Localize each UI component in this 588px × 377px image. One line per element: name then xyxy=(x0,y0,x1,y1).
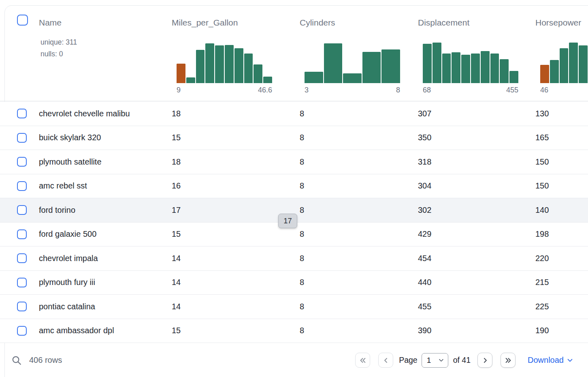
row-name-cell: ford torino xyxy=(34,206,172,215)
histogram-bar[interactable] xyxy=(305,72,323,83)
row-value-cell: 14 xyxy=(172,254,300,263)
histogram-bar[interactable] xyxy=(234,48,243,83)
row-checkbox-cell xyxy=(0,253,34,263)
column-header-displacement[interactable]: Displacement 68 455 xyxy=(418,6,535,101)
histogram-bar[interactable] xyxy=(471,54,480,83)
row-checkbox[interactable] xyxy=(17,278,27,287)
column-header-horsepower[interactable]: Horsepower 46 xyxy=(535,6,588,101)
row-value-cell: 16 xyxy=(172,181,300,191)
row-value-cell: 318 xyxy=(418,157,535,167)
row-checkbox-cell xyxy=(0,326,34,336)
table-row[interactable]: amc rebel sst168304150 xyxy=(0,174,588,199)
prev-page-button[interactable] xyxy=(378,353,393,368)
row-checkbox-cell xyxy=(0,205,34,215)
row-checkbox[interactable] xyxy=(17,181,27,191)
row-checkbox[interactable] xyxy=(17,205,27,215)
histogram-bar[interactable] xyxy=(225,45,234,83)
row-checkbox[interactable] xyxy=(17,253,27,263)
histogram-bar[interactable] xyxy=(490,54,499,83)
histogram-bar[interactable] xyxy=(481,51,490,83)
histogram-bar[interactable] xyxy=(324,43,343,83)
column-header-miles-per-gallon[interactable]: Miles_per_Gallon 9 46.6 xyxy=(172,6,300,101)
column-title: Miles_per_Gallon xyxy=(172,18,300,28)
column-title: Horsepower xyxy=(535,18,588,28)
meta-nulls: nulls: 0 xyxy=(40,48,172,60)
row-value-cell: 8 xyxy=(300,302,418,311)
table-row[interactable]: plymouth fury iii148440215 xyxy=(0,271,588,295)
histogram-bar[interactable] xyxy=(452,52,460,83)
histogram-bar[interactable] xyxy=(461,55,470,83)
download-button[interactable]: Download xyxy=(528,356,573,365)
row-value-cell: 8 xyxy=(300,278,418,287)
row-checkbox[interactable] xyxy=(17,157,27,167)
row-checkbox[interactable] xyxy=(17,302,27,311)
download-label: Download xyxy=(528,356,564,365)
histogram-bar[interactable] xyxy=(362,52,381,83)
histogram-bar[interactable] xyxy=(560,48,569,83)
page-label: Page xyxy=(399,356,418,365)
histogram-bar[interactable] xyxy=(205,43,214,83)
histogram-bar[interactable] xyxy=(381,49,400,83)
histogram-bar[interactable] xyxy=(177,64,185,83)
histogram-bar[interactable] xyxy=(579,45,588,83)
row-value-cell: 225 xyxy=(535,302,588,311)
row-name-cell: ford galaxie 500 xyxy=(34,229,172,239)
next-page-button[interactable] xyxy=(477,353,492,368)
histogram-bar[interactable] xyxy=(509,71,518,83)
histogram-bar[interactable] xyxy=(540,65,549,83)
row-name-cell: plymouth fury iii xyxy=(34,278,172,287)
total-pages-label: of 41 xyxy=(453,356,471,365)
table-header: Name unique: 311 nulls: 0 Miles_per_Gall… xyxy=(0,6,588,101)
row-count: 406 rows xyxy=(29,356,62,365)
row-value-cell: 440 xyxy=(418,278,535,287)
table-row[interactable]: buick skylark 320158350165 xyxy=(0,126,588,150)
table-row[interactable]: amc ambassador dpl158390190 xyxy=(0,319,588,343)
row-checkbox[interactable] xyxy=(17,109,27,118)
histogram-bar[interactable] xyxy=(244,54,253,83)
row-value-cell: 8 xyxy=(300,326,418,335)
row-value-cell: 150 xyxy=(535,181,588,191)
select-all-checkbox[interactable] xyxy=(17,15,28,26)
histogram-range: 9 46.6 xyxy=(177,86,272,94)
page-select[interactable]: 1 xyxy=(422,353,448,368)
row-checkbox[interactable] xyxy=(17,326,27,336)
histogram-bar[interactable] xyxy=(263,77,272,83)
column-header-cylinders[interactable]: Cylinders 3 8 xyxy=(300,6,418,101)
histogram-bar[interactable] xyxy=(423,44,432,83)
row-value-cell: 8 xyxy=(300,229,418,239)
histogram-bar[interactable] xyxy=(196,50,205,83)
hist-min-label: 9 xyxy=(177,86,181,94)
histogram-bar[interactable] xyxy=(500,59,509,83)
histogram-bar[interactable] xyxy=(569,43,578,83)
row-value-cell: 8 xyxy=(300,109,418,118)
column-title: Cylinders xyxy=(300,18,418,28)
last-page-button[interactable] xyxy=(501,353,516,368)
histogram-bar[interactable] xyxy=(432,43,441,83)
row-name-cell: chevrolet impala xyxy=(34,254,172,263)
histogram-miles-per-gallon xyxy=(177,43,272,83)
histogram-bar[interactable] xyxy=(186,77,195,83)
table-row[interactable]: chevrolet chevelle malibu188307130 xyxy=(0,102,588,126)
row-value-cell: 15 xyxy=(172,133,300,142)
histogram-bar[interactable] xyxy=(215,45,224,83)
table-row[interactable]: pontiac catalina148455225 xyxy=(0,295,588,319)
meta-unique: unique: 311 xyxy=(40,36,172,48)
histogram-bar[interactable] xyxy=(550,60,559,83)
histogram-bar[interactable] xyxy=(442,54,451,83)
column-header-name[interactable]: Name unique: 311 nulls: 0 xyxy=(34,6,172,101)
histogram-range: 68 455 xyxy=(423,86,518,94)
histogram-bar[interactable] xyxy=(343,73,362,83)
first-page-button[interactable] xyxy=(355,353,370,368)
histogram-range: 46 xyxy=(540,86,588,94)
table-row[interactable]: plymouth satellite188318150 xyxy=(0,150,588,174)
row-checkbox[interactable] xyxy=(17,229,27,239)
row-value-cell: 8 xyxy=(300,157,418,167)
row-checkbox[interactable] xyxy=(17,133,27,143)
search-icon[interactable] xyxy=(11,355,22,366)
table-row[interactable]: chevrolet impala148454220 xyxy=(0,246,588,271)
row-value-cell: 14 xyxy=(172,302,300,311)
histogram-horsepower xyxy=(540,43,588,83)
histogram-bar[interactable] xyxy=(254,64,262,83)
row-name-cell: pontiac catalina xyxy=(34,302,172,311)
row-value-cell: 307 xyxy=(418,109,535,118)
